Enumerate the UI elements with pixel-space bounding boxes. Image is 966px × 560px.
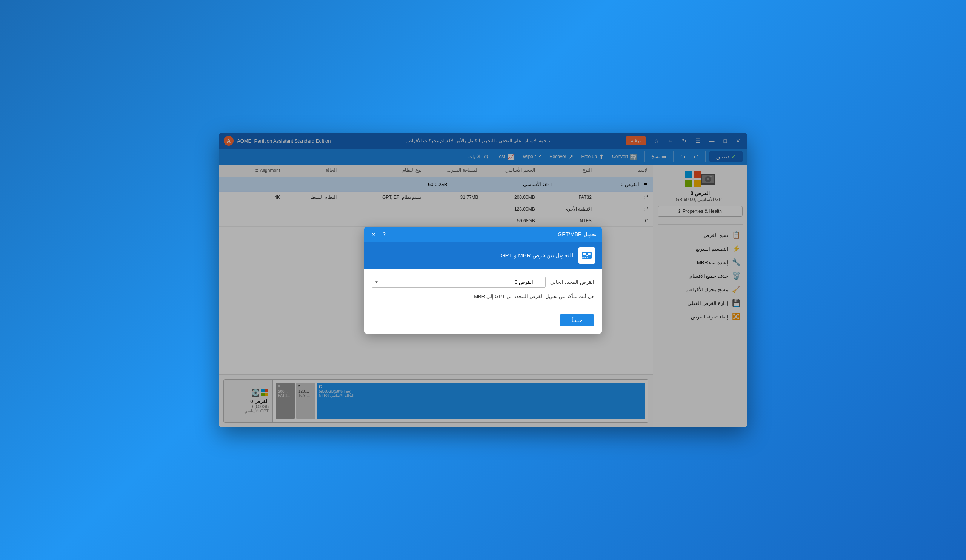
modal-body: القرص المحدد الحالي القرص 0 ▼ هل أنت متأ… (364, 269, 602, 333)
convert-gpt-mbr-icon: GPT MBR (581, 250, 592, 261)
svg-rect-16 (583, 253, 586, 255)
modal-header-text: التحويل بين قرص MBR و GPT (501, 252, 573, 259)
svg-text:MBR: MBR (582, 256, 588, 259)
app-window: A AOMEI Partition Assistant Standard Edi… (219, 133, 747, 427)
modal-disk-label: القرص المحدد الحالي (550, 279, 594, 285)
modal-titlebar: تحويل GPT/MBR ? ✕ (364, 227, 602, 242)
modal-disk-select-row: القرص المحدد الحالي القرص 0 ▼ (372, 277, 594, 287)
modal-ok-button[interactable]: حسناً (560, 314, 594, 326)
modal-overlay: تحويل GPT/MBR ? ✕ GPT MBR (219, 133, 747, 427)
modal-title: تحويل GPT/MBR (391, 231, 596, 237)
modal-header-icon-wrapper: GPT MBR (578, 247, 595, 264)
modal-footer: حسناً (372, 314, 594, 328)
modal-confirm-text: هل أنت متأكد من تحويل القرص المحدد من GP… (372, 294, 594, 299)
modal-header-section: GPT MBR التحويل بين قرص MBR و GPT (364, 242, 602, 269)
modal-disk-select[interactable]: القرص 0 (372, 277, 545, 287)
modal-title-icons: ? ✕ (370, 231, 388, 238)
modal-gpt-mbr: تحويل GPT/MBR ? ✕ GPT MBR (364, 227, 602, 333)
modal-help-button[interactable]: ? (381, 231, 388, 238)
svg-rect-17 (588, 253, 591, 255)
modal-close-button[interactable]: ✕ (370, 231, 378, 238)
modal-select-wrapper: القرص 0 ▼ (372, 277, 545, 287)
